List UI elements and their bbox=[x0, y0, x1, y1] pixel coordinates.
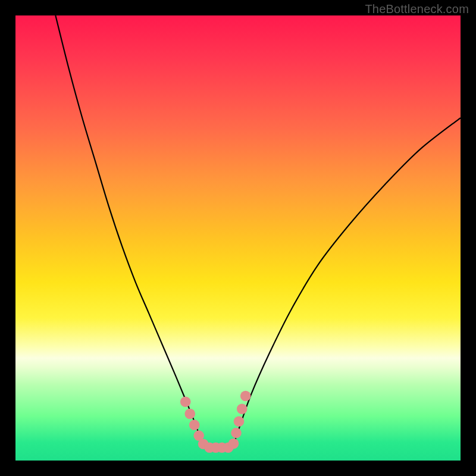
marker-dot bbox=[234, 416, 245, 427]
marker-group-left bbox=[180, 396, 233, 453]
marker-dot bbox=[189, 419, 200, 430]
watermark-text: TheBottleneck.com bbox=[365, 2, 469, 16]
marker-dot bbox=[228, 439, 239, 449]
chart-svg bbox=[15, 15, 461, 461]
right-curve bbox=[234, 118, 461, 445]
chart-plot-area bbox=[15, 15, 461, 461]
marker-dot bbox=[184, 409, 195, 419]
marker-dot bbox=[240, 391, 251, 402]
marker-dot bbox=[231, 428, 242, 439]
marker-dot bbox=[237, 403, 248, 414]
marker-group-right bbox=[228, 391, 251, 449]
chart-frame: TheBottleneck.com bbox=[0, 0, 476, 476]
left-curve bbox=[55, 15, 202, 445]
marker-dot bbox=[180, 396, 191, 407]
